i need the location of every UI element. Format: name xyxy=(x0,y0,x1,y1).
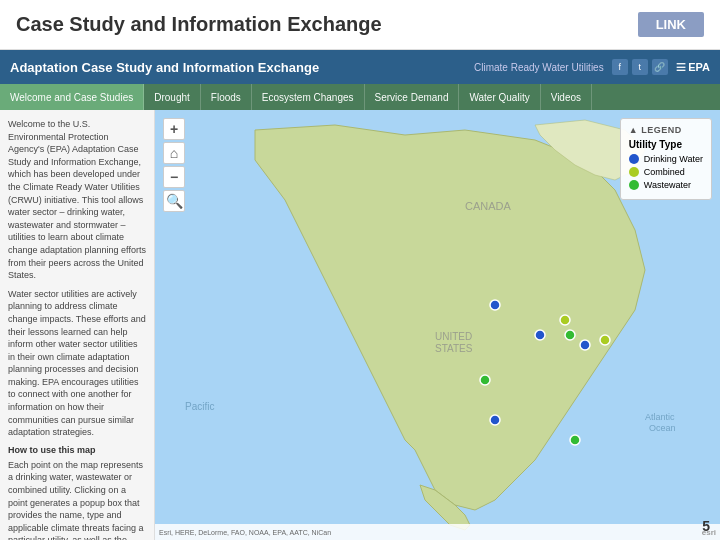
map-dot[interactable] xyxy=(570,435,580,445)
link-button[interactable]: LINK xyxy=(638,12,704,37)
legend-dot xyxy=(629,180,639,190)
sidebar-how-title: How to use this map xyxy=(8,445,146,455)
nav-tab-welcome-and-case-studies[interactable]: Welcome and Case Studies xyxy=(0,84,144,110)
svg-text:UNITED: UNITED xyxy=(435,331,472,342)
legend-dot xyxy=(629,167,639,177)
zoom-out-button[interactable]: − xyxy=(163,166,185,188)
legend-title: ▲ LEGEND xyxy=(629,125,703,135)
legend-subtitle: Utility Type xyxy=(629,139,703,150)
attribution-bar: Esri, HERE, DeLorme, FAO, NOAA, EPA, AAT… xyxy=(155,524,720,540)
map-dot[interactable] xyxy=(490,415,500,425)
sidebar-body1: Water sector utilities are actively plan… xyxy=(8,288,146,439)
map-dot[interactable] xyxy=(535,330,545,340)
nav-tab-drought[interactable]: Drought xyxy=(144,84,201,110)
map-legend: ▲ LEGEND Utility Type Drinking WaterComb… xyxy=(620,118,712,200)
facebook-icon[interactable]: f xyxy=(612,59,628,75)
twitter-icon[interactable]: t xyxy=(632,59,648,75)
map-container[interactable]: CANADA UNITED STATES Pacific Atlantic Oc… xyxy=(155,110,720,540)
legend-item: Drinking Water xyxy=(629,154,703,164)
svg-text:Pacific: Pacific xyxy=(185,401,214,412)
sidebar-how-body: Each point on the map represents a drink… xyxy=(8,459,146,540)
legend-dot xyxy=(629,154,639,164)
social-icons: f t 🔗 xyxy=(612,59,668,75)
map-dot[interactable] xyxy=(490,300,500,310)
map-controls: + ⌂ − 🔍 xyxy=(163,118,185,212)
crwu-label: Climate Ready Water Utilities xyxy=(474,62,604,73)
svg-text:CANADA: CANADA xyxy=(465,200,512,212)
legend-item-label: Wastewater xyxy=(644,180,691,190)
svg-text:STATES: STATES xyxy=(435,343,473,354)
main-content: Adaptation Case Study and Information Ex… xyxy=(0,50,720,540)
legend-item-label: Combined xyxy=(644,167,685,177)
attribution-text: Esri, HERE, DeLorme, FAO, NOAA, EPA, AAT… xyxy=(159,529,331,536)
legend-item: Combined xyxy=(629,167,703,177)
map-dot[interactable] xyxy=(480,375,490,385)
sidebar: Welcome to the U.S. Environmental Protec… xyxy=(0,110,155,540)
nav-tabs: Welcome and Case StudiesDroughtFloodsEco… xyxy=(0,84,720,110)
map-dot[interactable] xyxy=(565,330,575,340)
nav-tab-floods[interactable]: Floods xyxy=(201,84,252,110)
epa-logo-symbol: ≡ xyxy=(676,57,687,78)
map-dot[interactable] xyxy=(600,335,610,345)
svg-text:Ocean: Ocean xyxy=(649,423,676,433)
svg-text:Atlantic: Atlantic xyxy=(645,412,675,422)
page-header: Case Study and Information Exchange LINK xyxy=(0,0,720,50)
sidebar-intro: Welcome to the U.S. Environmental Protec… xyxy=(8,118,146,282)
map-dot[interactable] xyxy=(580,340,590,350)
legend-item-label: Drinking Water xyxy=(644,154,703,164)
nav-tab-water-quality[interactable]: Water Quality xyxy=(459,84,540,110)
search-button[interactable]: 🔍 xyxy=(163,190,185,212)
epa-logo-text: EPA xyxy=(688,61,710,73)
content-area: Welcome to the U.S. Environmental Protec… xyxy=(0,110,720,540)
nav-tab-ecosystem-changes[interactable]: Ecosystem Changes xyxy=(252,84,365,110)
legend-items: Drinking WaterCombinedWastewater xyxy=(629,154,703,190)
epa-logo: ≡ EPA xyxy=(676,57,710,78)
slide-number: 5 xyxy=(702,518,710,534)
app-header: Adaptation Case Study and Information Ex… xyxy=(0,50,720,84)
legend-item: Wastewater xyxy=(629,180,703,190)
zoom-in-button[interactable]: + xyxy=(163,118,185,140)
link-icon[interactable]: 🔗 xyxy=(652,59,668,75)
app-title: Adaptation Case Study and Information Ex… xyxy=(10,60,319,75)
nav-tab-videos[interactable]: Videos xyxy=(541,84,592,110)
app-header-right: Climate Ready Water Utilities f t 🔗 ≡ EP… xyxy=(474,57,710,78)
nav-tab-service-demand[interactable]: Service Demand xyxy=(365,84,460,110)
home-button[interactable]: ⌂ xyxy=(163,142,185,164)
map-dot[interactable] xyxy=(560,315,570,325)
page-title: Case Study and Information Exchange xyxy=(16,13,382,36)
